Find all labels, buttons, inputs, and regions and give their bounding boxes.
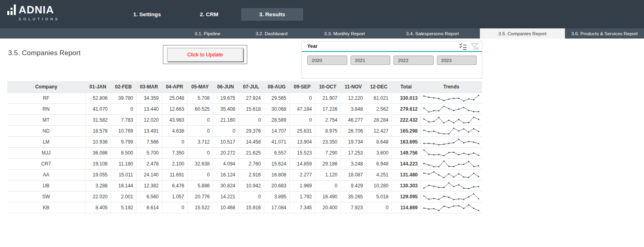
value-cell: 0 bbox=[289, 114, 315, 125]
subtab-spacer bbox=[0, 28, 176, 39]
slicer-title: Year bbox=[307, 43, 459, 49]
slicer-item-2021[interactable]: 2021 bbox=[351, 56, 391, 65]
subtab-pipeline[interactable]: 3.1. Pipeline bbox=[176, 28, 239, 39]
value-cell: 22.020 bbox=[85, 191, 111, 202]
clear-filter-icon[interactable] bbox=[471, 43, 479, 50]
tab-results[interactable]: 3. Results bbox=[241, 8, 303, 21]
column-header: Company bbox=[7, 81, 85, 92]
table-row: RF52.80639.78034.35925.0485.70819.67527.… bbox=[7, 92, 482, 103]
value-cell: 6.614 bbox=[136, 202, 162, 213]
value-cell: 15.522 bbox=[187, 202, 213, 213]
table-row: KB8.4055.1926.614015.52210.46815.91617.0… bbox=[7, 202, 482, 213]
column-header: 07-JUL bbox=[238, 81, 264, 92]
value-cell: 30.068 bbox=[264, 103, 289, 114]
company-cell: RN bbox=[7, 103, 85, 114]
brand-subtitle: SOLUTIONS bbox=[19, 17, 60, 21]
value-cell: 7.566 bbox=[136, 136, 162, 147]
value-cell: 15.523 bbox=[289, 147, 315, 158]
company-cell: MJJ bbox=[7, 147, 85, 158]
value-cell: 2.100 bbox=[162, 158, 187, 169]
value-cell: 19.108 bbox=[85, 158, 111, 169]
value-cell: 7.923 bbox=[340, 202, 366, 213]
value-cell: 0 bbox=[187, 125, 213, 136]
value-cell: 0 bbox=[111, 103, 136, 114]
company-cell: MT bbox=[7, 114, 85, 125]
value-cell: 24.140 bbox=[136, 169, 162, 180]
total-cell: 131.480 bbox=[392, 169, 421, 180]
value-cell: 32.638 bbox=[187, 158, 213, 169]
value-cell: 39.780 bbox=[111, 92, 136, 103]
value-cell: 10.942 bbox=[238, 180, 264, 191]
year-slicer: Year 2020 2021 2022 2023 bbox=[302, 41, 482, 79]
value-cell: 14.859 bbox=[289, 158, 315, 169]
column-header: Trends bbox=[421, 81, 482, 92]
value-cell: 19.055 bbox=[85, 169, 111, 180]
value-cell: 26.706 bbox=[340, 125, 366, 136]
tab-crm[interactable]: 2. CRM bbox=[183, 0, 235, 28]
value-cell: 12.382 bbox=[136, 180, 162, 191]
value-cell: 0 bbox=[238, 114, 264, 125]
trend-sparkline bbox=[422, 148, 481, 157]
total-cell: 130.303 bbox=[392, 180, 421, 191]
value-cell: 5.886 bbox=[187, 180, 213, 191]
value-cell: 0 bbox=[162, 202, 187, 213]
click-to-update-button[interactable]: Click to Update bbox=[167, 48, 243, 62]
value-cell: 10.468 bbox=[213, 202, 238, 213]
value-cell: 3.248 bbox=[340, 158, 366, 169]
subtab-products-services-report[interactable]: 3.6. Products & Services Report bbox=[565, 28, 644, 39]
value-cell: 15.618 bbox=[238, 103, 264, 114]
value-cell: 20.683 bbox=[264, 180, 289, 191]
value-cell: 15.011 bbox=[111, 169, 136, 180]
value-cell: 4.638 bbox=[162, 125, 187, 136]
company-cell: ND bbox=[7, 125, 85, 136]
trend-sparkline bbox=[422, 203, 481, 212]
value-cell: 27.924 bbox=[238, 92, 264, 103]
value-cell: 14.458 bbox=[238, 136, 264, 147]
slicer-item-2022[interactable]: 2022 bbox=[394, 56, 434, 65]
subtab-salespersons-report[interactable]: 3.4. Salespersons Report bbox=[385, 28, 480, 39]
value-cell: 0 bbox=[187, 147, 213, 158]
value-cell: 1.120 bbox=[315, 169, 340, 180]
slicer-item-2023[interactable]: 2023 bbox=[437, 56, 477, 65]
value-cell: 6.948 bbox=[366, 158, 392, 169]
value-cell: 31.582 bbox=[85, 114, 111, 125]
value-cell: 52.806 bbox=[85, 92, 111, 103]
slicer-item-2020[interactable]: 2020 bbox=[307, 56, 347, 65]
subtab-bar: 3.1. Pipeline 3.2. Dashboard 3.3. Monthl… bbox=[0, 28, 644, 39]
total-cell: 330.013 bbox=[392, 92, 421, 103]
value-cell: 14.221 bbox=[213, 191, 238, 202]
value-cell: 10.769 bbox=[111, 125, 136, 136]
value-cell: 0 bbox=[238, 191, 264, 202]
value-cell: 13.491 bbox=[136, 125, 162, 136]
value-cell: 21.625 bbox=[238, 147, 264, 158]
trend-sparkline bbox=[422, 192, 481, 201]
trend-sparkline bbox=[422, 127, 481, 135]
subtab-monthly-report[interactable]: 3.3. Monthly Report bbox=[304, 28, 385, 39]
value-cell: 11.691 bbox=[162, 169, 187, 180]
value-cell: 0 bbox=[289, 92, 315, 103]
trend-sparkline bbox=[422, 170, 481, 179]
value-cell: 16.124 bbox=[213, 169, 238, 180]
value-cell: 29.376 bbox=[238, 125, 264, 136]
value-cell: 1.969 bbox=[289, 180, 315, 191]
multi-select-icon[interactable] bbox=[459, 43, 467, 50]
table-row: SW22.0202.0016.5601.05720.77614.22103.89… bbox=[7, 191, 482, 202]
value-cell: 0 bbox=[187, 169, 213, 180]
value-cell: 61.021 bbox=[366, 92, 392, 103]
subtab-companies-report[interactable]: 3.5. Companies Report bbox=[480, 28, 565, 39]
slicer-button-row: 2020 2021 2022 2023 bbox=[302, 52, 482, 65]
value-cell: 47.184 bbox=[289, 103, 315, 114]
tab-settings[interactable]: 1. Settings bbox=[121, 0, 173, 28]
company-cell: AA bbox=[7, 169, 85, 180]
companies-report-table: Company01-JAN02-FEB03-MAR04-APR05-MAY06-… bbox=[7, 81, 482, 213]
value-cell: 29.565 bbox=[264, 92, 289, 103]
value-cell: 2.754 bbox=[315, 114, 340, 125]
table-row: AA19.05515.01124.14011.691016.1242.91616… bbox=[7, 169, 482, 180]
column-header: 02-FEB bbox=[111, 81, 136, 92]
value-cell: 20.776 bbox=[187, 191, 213, 202]
value-cell: 9.429 bbox=[340, 180, 366, 191]
total-cell: 144.223 bbox=[392, 158, 421, 169]
subtab-dashboard[interactable]: 3.2. Dashboard bbox=[239, 28, 304, 39]
value-cell: 13.904 bbox=[289, 136, 315, 147]
value-cell: 3.712 bbox=[187, 136, 213, 147]
